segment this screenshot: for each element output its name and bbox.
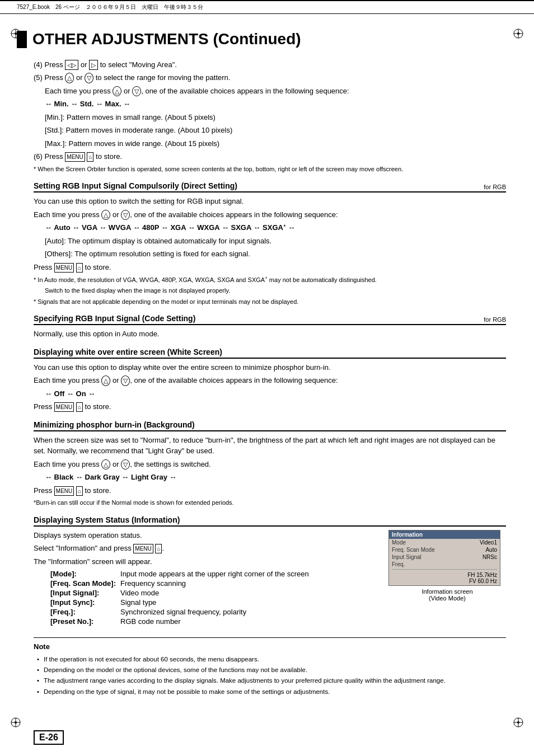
svg-point-7 [517,32,519,35]
rgb-direct-press-store: Press MENU ⌂ to store. [34,262,506,273]
section-rgb-code: Specifying RGB Input Signal (Code Settin… [34,314,506,340]
white-screen-para1: You can use this option to display white… [34,362,506,373]
system-status-layout: Displays system operation status. Select… [34,530,506,627]
rgb-direct-note2: Switch to the fixed display when the ima… [34,286,506,295]
info-screen-caption: Information screen(Video Mode) [388,588,506,602]
info-screen-row-freq-scan: Freq. Scan Mode Auto [389,546,500,553]
step5-sequence-desc: Each time you press △ or ▽, one of the a… [34,86,506,97]
rgb-direct-auto-desc: [Auto]: The optimum display is obtained … [34,236,506,247]
section-phosphor-heading: Minimizing phosphor burn-in (Background) [34,420,506,431]
rgb-direct-note3: * Signals that are not applicable depend… [34,297,506,307]
phosphor-sequence: ↔ Black ↔ Dark Gray ↔ Light Gray ↔ [45,472,506,483]
field-freq: [Freq.]: Synchronized signal frequency, … [34,607,309,617]
section-system-status: Displaying System Status (Information) D… [34,515,506,627]
intro-steps: (4) Press ◁▷ or ▷ to select "Moving Area… [34,59,506,174]
step4: (4) Press ◁▷ or ▷ to select "Moving Area… [34,59,506,71]
note-bullet-1: Depending on the model or the optional d… [34,665,506,675]
svg-point-15 [517,721,519,724]
step6-note: * When the Screen Orbiter function is op… [34,165,506,174]
page: 7527_E.book 26 ページ ２００６年９月５日 火曜日 午後９時３５分 [0,0,534,756]
field-freq-scan: [Freq. Scan Mode]: Frequency scanning [34,579,309,588]
corner-mark-tr [513,28,524,39]
white-screen-sequence: ↔ Off ↔ On ↔ [45,388,506,400]
rgb-code-desc: Normally, use this option in Auto mode. [34,328,506,340]
section-phosphor: Minimizing phosphor burn-in (Background)… [34,420,506,508]
corner-mark-bl [10,717,21,728]
step5: (5) Press △ or ▽ to select the range for… [34,72,506,83]
info-screen-row-mode: Mode Video1 [389,539,500,546]
section-white-screen: Displaying white over entire screen (Whi… [34,348,506,412]
page-title: OTHER ADJUSTMENTS (Continued) [32,31,301,48]
system-status-para2: Select "Information" and press MENU ⌂. [34,543,377,554]
system-status-right: Information Mode Video1 Freq. Scan Mode … [388,530,506,627]
std-desc: [Std.]: Pattern moves in moderate range.… [34,125,506,136]
note-bullets: If the operation is not executed for abo… [34,655,506,697]
corner-mark-tl [10,28,21,39]
section-rgb-code-title: Specifying RGB Input Signal (Code Settin… [34,314,195,323]
header-file-info: 7527_E.book 26 ページ ２００６年９月５日 火曜日 午後９時３５分 [17,3,203,11]
rgb-direct-para1: You can use this option to switch the se… [34,196,506,207]
page-number: E-26 [34,730,64,745]
svg-point-3 [15,32,17,35]
note-bullet-0: If the operation is not executed for abo… [34,655,506,664]
page-footer: E-26 [0,730,534,745]
system-status-para3: The "Information" screen will appear. [34,556,377,567]
field-input-signal: [Input Signal]: Video mode [34,588,309,598]
section-system-status-heading: Displaying System Status (Information) [34,515,506,527]
min-desc: [Min.]: Pattern moves in small range. (A… [34,112,506,123]
note-section: Note If the operation is not executed fo… [34,637,506,697]
phosphor-note: *Burn-in can still occur if the Normal m… [34,498,506,508]
system-status-left: Displays system operation status. Select… [34,530,377,627]
rgb-direct-others-desc: [Others]: The optimum resolution setting… [34,248,506,260]
step6: (6) Press MENU ⌂ to store. [34,151,506,162]
note-bullet-2: The adjustment range varies according to… [34,676,506,685]
max-desc: [Max.]: Pattern moves in wide range. (Ab… [34,138,506,149]
section-rgb-direct-heading: Setting RGB Input Signal Compulsorily (D… [34,181,506,192]
info-screen-box: Information Mode Video1 Freq. Scan Mode … [388,530,500,586]
section-white-screen-title: Displaying white over entire screen (Whi… [34,348,222,356]
info-screen-row-freq-label: Freq. [389,561,500,568]
section-rgb-code-heading: Specifying RGB Input Signal (Code Settin… [34,314,506,325]
field-preset-no: [Preset No.]: RGB code number [34,617,309,626]
section-rgb-direct-title: Setting RGB Input Signal Compulsorily (D… [34,181,237,190]
main-content: (4) Press ◁▷ or ▷ to select "Moving Area… [0,57,534,709]
rgb-direct-note1: * In Auto mode, the resolution of VGA, W… [34,275,506,284]
page-title-area: OTHER ADJUSTMENTS (Continued) [0,14,534,57]
white-screen-press-store: Press MENU ⌂ to store. [34,401,506,412]
rgb-direct-sequence: ↔ Auto ↔ VGA ↔ WVGA ↔ 480P ↔ XGA ↔ WXGA … [45,222,506,233]
system-status-fields: [Mode]: Input mode appears at the upper … [34,569,309,626]
title-bar: OTHER ADJUSTMENTS (Continued) [17,31,301,48]
section-phosphor-title: Minimizing phosphor burn-in (Background) [34,420,195,429]
info-screen-freq-values: FH 15.7kHz FV 60.0 Hz [389,571,500,585]
sequence-step5: ↔ Min. ↔ Std. ↔ Max. ↔ [45,98,506,110]
rgb-direct-para2: Each time you press △ or ▽, one of the a… [34,209,506,220]
phosphor-para1: When the screen size was set to "Normal"… [34,435,506,457]
header-bar: 7527_E.book 26 ページ ２００６年９月５日 火曜日 午後９時３５分 [0,0,534,14]
info-screen-divider [392,569,497,570]
system-status-para1: Displays system operation status. [34,530,377,541]
phosphor-para2: Each time you press △ or ▽, the settings… [34,459,506,470]
section-rgb-code-for-label: for RGB [484,316,506,323]
field-input-sync: [Input Sync]: Signal type [34,598,309,607]
section-white-screen-heading: Displaying white over entire screen (Whi… [34,348,506,359]
note-bullet-3: Depending on the type of signal, it may … [34,687,506,697]
info-screen-title: Information [389,530,500,539]
info-screen-row-input-signal: Input Signal NRSc [389,553,500,561]
white-screen-para2: Each time you press △ or ▽, one of the a… [34,375,506,386]
section-system-status-title: Displaying System Status (Information) [34,515,180,524]
phosphor-press-store: Press MENU ⌂ to store. [34,485,506,496]
corner-mark-br [513,717,524,728]
section-rgb-direct-for-label: for RGB [484,184,506,190]
note-title: Note [34,641,506,652]
field-mode: [Mode]: Input mode appears at the upper … [34,569,309,579]
section-rgb-direct: Setting RGB Input Signal Compulsorily (D… [34,181,506,306]
svg-point-11 [15,721,17,724]
